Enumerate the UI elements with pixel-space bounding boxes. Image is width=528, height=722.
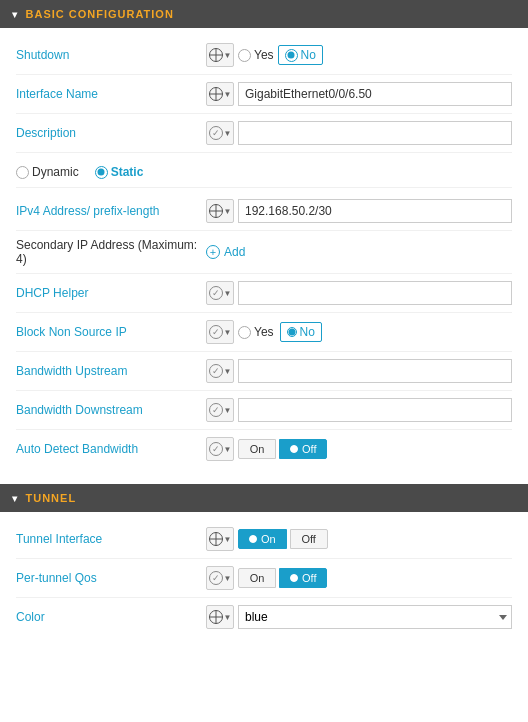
shutdown-no-label: No bbox=[301, 48, 316, 62]
bandwidth-downstream-controls: ▼ bbox=[206, 398, 512, 422]
description-controls: ▼ bbox=[206, 121, 512, 145]
tunnel-globe-btn[interactable]: ▼ bbox=[206, 527, 234, 551]
tunnel-on-btn[interactable]: On bbox=[238, 529, 287, 549]
color-select[interactable]: blue green red yellow bbox=[238, 605, 512, 629]
add-secondary-ip-btn[interactable]: + Add bbox=[206, 245, 245, 259]
block-non-source-row: Block Non Source IP ▼ Yes No bbox=[16, 313, 512, 352]
globe-dropdown-arrow-5: ▼ bbox=[224, 613, 232, 622]
auto-detect-label: Auto Detect Bandwidth bbox=[16, 442, 206, 456]
dhcp-helper-controls: ▼ bbox=[206, 281, 512, 305]
tunnel-off-label: Off bbox=[301, 533, 315, 545]
basic-config-header: ▾ BASIC CONFIGURATION bbox=[0, 0, 528, 28]
block-yes-label: Yes bbox=[254, 325, 274, 339]
auto-detect-row: Auto Detect Bandwidth ▼ On Off bbox=[16, 430, 512, 468]
ipv4-controls: ▼ bbox=[206, 199, 512, 223]
auto-detect-on-label: On bbox=[250, 443, 265, 455]
secondary-ip-controls: + Add bbox=[206, 245, 512, 259]
check-icon bbox=[209, 126, 223, 140]
block-no-radio bbox=[287, 327, 297, 337]
dhcp-check-btn[interactable]: ▼ bbox=[206, 281, 234, 305]
block-check-btn[interactable]: ▼ bbox=[206, 320, 234, 344]
bandwidth-upstream-input[interactable] bbox=[238, 359, 512, 383]
auto-detect-check-btn[interactable]: ▼ bbox=[206, 437, 234, 461]
tunnel-interface-row: Tunnel Interface ▼ On Off bbox=[16, 520, 512, 559]
dhcp-helper-label: DHCP Helper bbox=[16, 286, 206, 300]
block-non-source-label: Block Non Source IP bbox=[16, 325, 206, 339]
bw-up-check-btn[interactable]: ▼ bbox=[206, 359, 234, 383]
auto-detect-on-btn[interactable]: On bbox=[238, 439, 276, 459]
dynamic-radio[interactable] bbox=[16, 166, 29, 179]
off-dot bbox=[290, 445, 298, 453]
check-icon-7 bbox=[209, 571, 223, 585]
shutdown-yes-label: Yes bbox=[254, 48, 274, 62]
description-input[interactable] bbox=[238, 121, 512, 145]
globe-dropdown-arrow-3: ▼ bbox=[224, 207, 232, 216]
shutdown-yes-option[interactable]: Yes bbox=[238, 48, 274, 62]
bandwidth-downstream-input[interactable] bbox=[238, 398, 512, 422]
ipv4-globe-btn[interactable]: ▼ bbox=[206, 199, 234, 223]
qos-off-btn[interactable]: Off bbox=[279, 568, 327, 588]
tunnel-off-btn[interactable]: Off bbox=[290, 529, 328, 549]
qos-on-btn[interactable]: On bbox=[238, 568, 276, 588]
qos-check-btn[interactable]: ▼ bbox=[206, 566, 234, 590]
globe-icon-2 bbox=[209, 87, 223, 101]
static-option[interactable]: Static bbox=[95, 165, 144, 179]
shutdown-row: Shutdown ▼ Yes No bbox=[16, 36, 512, 75]
secondary-ip-row: Secondary IP Address (Maximum: 4) + Add bbox=[16, 231, 512, 274]
dhcp-helper-input[interactable] bbox=[238, 281, 512, 305]
add-label: Add bbox=[224, 245, 245, 259]
globe-dropdown-arrow: ▼ bbox=[224, 51, 232, 60]
check-icon-3 bbox=[209, 325, 223, 339]
tunnel-interface-controls: ▼ On Off bbox=[206, 527, 512, 551]
block-yes-option[interactable]: Yes bbox=[238, 325, 274, 339]
tunnel-on-dot bbox=[249, 535, 257, 543]
shutdown-globe-btn[interactable]: ▼ bbox=[206, 43, 234, 67]
color-row: Color ▼ blue green red yellow bbox=[16, 598, 512, 636]
qos-on-label: On bbox=[250, 572, 265, 584]
auto-detect-off-btn[interactable]: Off bbox=[279, 439, 327, 459]
static-radio[interactable] bbox=[95, 166, 108, 179]
description-check-btn[interactable]: ▼ bbox=[206, 121, 234, 145]
bandwidth-upstream-row: Bandwidth Upstream ▼ bbox=[16, 352, 512, 391]
tunnel-on-label: On bbox=[261, 533, 276, 545]
color-select-wrapper: blue green red yellow bbox=[238, 605, 512, 629]
dhcp-helper-row: DHCP Helper ▼ bbox=[16, 274, 512, 313]
check-icon-4 bbox=[209, 364, 223, 378]
auto-detect-off-label: Off bbox=[302, 443, 316, 455]
auto-detect-controls: ▼ On Off bbox=[206, 437, 512, 461]
dynamic-label: Dynamic bbox=[32, 165, 79, 179]
check-dropdown-arrow-5: ▼ bbox=[224, 406, 232, 415]
check-dropdown-arrow-6: ▼ bbox=[224, 445, 232, 454]
color-globe-btn[interactable]: ▼ bbox=[206, 605, 234, 629]
block-no-label: No bbox=[300, 325, 315, 339]
tunnel-title: TUNNEL bbox=[26, 492, 77, 504]
globe-dropdown-arrow-2: ▼ bbox=[224, 90, 232, 99]
add-icon: + bbox=[206, 245, 220, 259]
globe-icon-3 bbox=[209, 204, 223, 218]
interface-globe-btn[interactable]: ▼ bbox=[206, 82, 234, 106]
bw-down-check-btn[interactable]: ▼ bbox=[206, 398, 234, 422]
shutdown-no-radio bbox=[285, 49, 298, 62]
shutdown-yes-radio[interactable] bbox=[238, 49, 251, 62]
ipv4-input[interactable] bbox=[238, 199, 512, 223]
tunnel-chevron-icon[interactable]: ▾ bbox=[12, 493, 18, 504]
interface-name-row: Interface Name ▼ bbox=[16, 75, 512, 114]
check-icon-6 bbox=[209, 442, 223, 456]
check-icon-5 bbox=[209, 403, 223, 417]
secondary-ip-label: Secondary IP Address (Maximum: 4) bbox=[16, 238, 206, 266]
shutdown-no-btn[interactable]: No bbox=[278, 45, 323, 65]
chevron-icon[interactable]: ▾ bbox=[12, 9, 18, 20]
dynamic-option[interactable]: Dynamic bbox=[16, 165, 79, 179]
block-yes-radio[interactable] bbox=[238, 326, 251, 339]
check-dropdown-arrow-2: ▼ bbox=[224, 289, 232, 298]
block-no-btn[interactable]: No bbox=[280, 322, 322, 342]
bandwidth-upstream-controls: ▼ bbox=[206, 359, 512, 383]
globe-icon bbox=[209, 48, 223, 62]
qos-off-dot bbox=[290, 574, 298, 582]
qos-off-label: Off bbox=[302, 572, 316, 584]
bandwidth-downstream-row: Bandwidth Downstream ▼ bbox=[16, 391, 512, 430]
ipv4-row: IPv4 Address/ prefix-length ▼ bbox=[16, 192, 512, 231]
shutdown-controls: ▼ Yes No bbox=[206, 43, 512, 67]
description-row: Description ▼ bbox=[16, 114, 512, 153]
interface-name-input[interactable] bbox=[238, 82, 512, 106]
